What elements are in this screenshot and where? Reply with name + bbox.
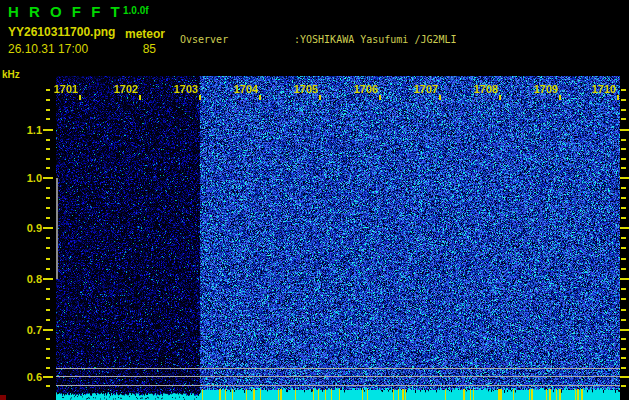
freq-tick-label: 1.1 [2, 124, 42, 136]
freq-tick-mark [621, 385, 626, 387]
spectrogram-canvas [56, 76, 620, 400]
hrofft-window: H R O F F T 1.0.0f YY2610311700.png mete… [0, 0, 629, 400]
time-tick-mark [79, 95, 81, 100]
time-tick-mark [559, 95, 561, 100]
time-tick-mark [439, 95, 441, 100]
freq-tick-mark [46, 109, 50, 111]
freq-tick-mark [43, 329, 53, 331]
freq-tick-mark [43, 227, 53, 229]
time-tick-label: 1708 [471, 83, 501, 95]
freq-tick-mark [621, 367, 626, 369]
freq-tick-mark [46, 158, 50, 160]
echo-count: 85 [130, 42, 156, 56]
freq-tick-mark [46, 197, 50, 199]
freq-tick-mark [46, 268, 50, 270]
time-tick-label: 1703 [171, 83, 201, 95]
freq-tick-mark [621, 357, 626, 359]
corner-marker [0, 395, 6, 400]
freq-tick-mark [43, 129, 53, 131]
freq-tick-mark [46, 187, 50, 189]
freq-tick-mark [46, 207, 50, 209]
freq-tick-mark [621, 118, 626, 120]
freq-tick-mark [621, 197, 626, 199]
freq-tick-mark [621, 348, 626, 350]
freq-tick-label: 1.0 [2, 172, 42, 184]
freq-tick-mark [621, 148, 626, 150]
freq-tick-mark [620, 278, 629, 280]
station-row-observer: Ovserver:YOSHIKAWA Yasufumi /JG2MLI [180, 33, 577, 47]
freq-tick-mark [46, 139, 50, 141]
freq-tick-mark [621, 158, 626, 160]
freq-tick-mark [46, 148, 50, 150]
freq-tick-mark [46, 288, 50, 290]
freq-tick-mark [43, 376, 53, 378]
freq-tick-mark [621, 109, 626, 111]
freq-tick-label: 0.6 [2, 371, 42, 383]
freq-tick-mark [621, 298, 626, 300]
observation-timestamp: 26.10.31 17:00 [8, 42, 88, 56]
output-filename: YY2610311700.png [8, 25, 115, 39]
time-tick-label: 1705 [291, 83, 321, 95]
freq-tick-mark [620, 227, 629, 229]
freq-tick-mark [621, 99, 626, 101]
time-tick-label: 1702 [111, 83, 141, 95]
freq-tick-mark [46, 309, 50, 311]
freq-tick-mark [621, 247, 626, 249]
freq-tick-mark [621, 167, 626, 169]
freq-tick-mark [46, 298, 50, 300]
time-tick-label: 1704 [231, 83, 261, 95]
freq-tick-mark [621, 268, 626, 270]
freq-tick-mark [621, 139, 626, 141]
time-tick-mark [139, 95, 141, 100]
freq-tick-mark [46, 217, 50, 219]
freq-tick-mark [43, 278, 53, 280]
freq-tick-mark [621, 319, 626, 321]
time-tick-label: 1707 [411, 83, 441, 95]
freq-tick-mark [46, 247, 50, 249]
freq-tick-mark [46, 99, 50, 101]
app-version: 1.0.0f [123, 5, 149, 16]
freq-tick-mark [46, 237, 50, 239]
freq-tick-mark [46, 89, 50, 91]
freq-tick-mark [46, 118, 50, 120]
time-tick-mark [259, 95, 261, 100]
freq-tick-mark [46, 338, 50, 340]
freq-tick-mark [621, 207, 626, 209]
freq-tick-mark [46, 357, 50, 359]
freq-tick-mark [620, 129, 629, 131]
freq-tick-mark [621, 309, 626, 311]
freq-tick-mark [621, 237, 626, 239]
freq-axis-unit: kHz [2, 69, 20, 80]
freq-tick-mark [46, 258, 50, 260]
time-tick-label: 1706 [351, 83, 381, 95]
freq-tick-mark [620, 376, 629, 378]
time-tick-label: 1709 [531, 83, 561, 95]
freq-tick-label: 0.9 [2, 222, 42, 234]
time-tick-mark [319, 95, 321, 100]
freq-tick-mark [46, 385, 50, 387]
freq-tick-mark [46, 348, 50, 350]
freq-tick-mark [621, 89, 626, 91]
time-tick-mark [379, 95, 381, 100]
freq-tick-mark [621, 288, 626, 290]
freq-tick-mark [43, 177, 53, 179]
freq-tick-label: 0.7 [2, 324, 42, 336]
freq-tick-label: 0.8 [2, 273, 42, 285]
freq-tick-mark [46, 319, 50, 321]
station-label: Ovserver [180, 33, 294, 47]
time-tick-mark [617, 95, 619, 100]
time-tick-mark [199, 95, 201, 100]
freq-tick-mark [621, 217, 626, 219]
time-tick-mark [499, 95, 501, 100]
freq-tick-mark [620, 177, 629, 179]
freq-tick-mark [46, 167, 50, 169]
app-title: H R O F F T [8, 3, 123, 20]
freq-tick-mark [621, 187, 626, 189]
station-value: :YOSHIKAWA Yasufumi /JG2MLI [294, 34, 457, 45]
freq-tick-mark [621, 258, 626, 260]
mode-label: meteor [125, 27, 165, 41]
freq-tick-mark [620, 329, 629, 331]
time-tick-label: 1701 [51, 83, 81, 95]
freq-tick-mark [46, 367, 50, 369]
time-tick-label: 1710 [589, 83, 619, 95]
